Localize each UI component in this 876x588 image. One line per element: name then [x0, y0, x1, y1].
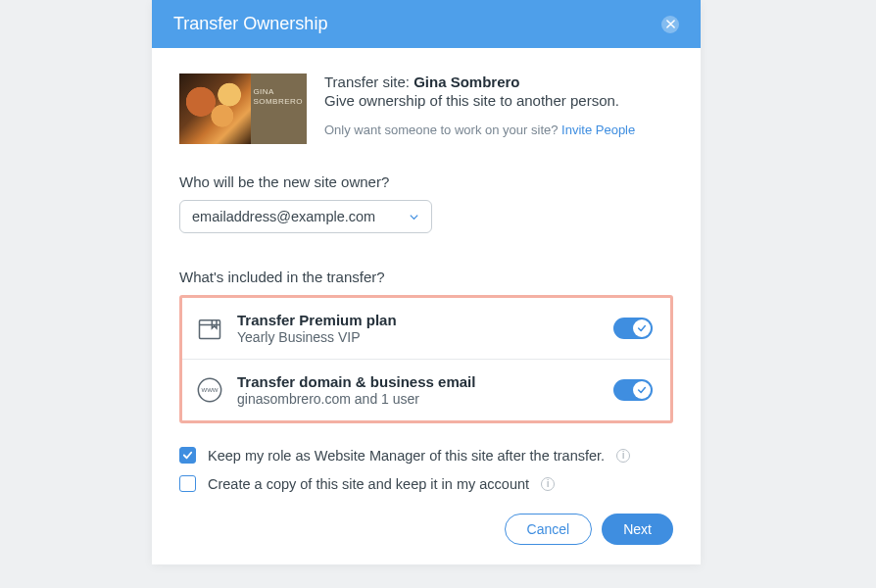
keep-role-checkbox[interactable]: [179, 447, 196, 464]
new-owner-value: emailaddress@example.com: [192, 209, 375, 224]
included-text: Transfer domain & business email ginasom…: [237, 373, 600, 407]
next-button[interactable]: Next: [602, 514, 673, 545]
included-title: Transfer domain & business email: [237, 373, 600, 390]
premium-plan-icon: [196, 315, 223, 342]
check-icon: [637, 323, 647, 333]
thumbnail-label: GINA SOMBRERO: [253, 87, 303, 108]
check-icon: [637, 385, 647, 395]
check-icon: [182, 450, 193, 461]
domain-icon: WWW: [196, 376, 223, 404]
premium-toggle[interactable]: [613, 318, 653, 339]
thumbnail-photo: [179, 74, 251, 144]
included-items-highlight: Transfer Premium plan Yearly Business VI…: [179, 295, 673, 423]
copy-site-row: Create a copy of this site and keep it i…: [179, 475, 673, 492]
button-row: Cancel Next: [179, 514, 673, 545]
new-owner-label: Who will be the new site owner?: [179, 173, 673, 190]
transfer-ownership-modal: Transfer Ownership GINA SOMBRERO Transfe…: [152, 0, 701, 564]
copy-site-label: Create a copy of this site and keep it i…: [208, 476, 529, 492]
modal-body: GINA SOMBRERO Transfer site: Gina Sombre…: [152, 48, 701, 564]
cancel-button[interactable]: Cancel: [505, 514, 593, 545]
included-title: Transfer Premium plan: [237, 312, 600, 328]
site-summary: GINA SOMBRERO Transfer site: Gina Sombre…: [179, 74, 673, 144]
new-owner-select[interactable]: emailaddress@example.com: [179, 200, 432, 233]
toggle-knob: [633, 319, 651, 337]
close-icon: [666, 20, 675, 28]
modal-title: Transfer Ownership: [173, 14, 327, 34]
included-row-premium: Transfer Premium plan Yearly Business VI…: [182, 298, 670, 359]
transfer-subtitle: Give ownership of this site to another p…: [324, 92, 673, 109]
chevron-down-icon: [409, 212, 419, 222]
info-icon[interactable]: i: [616, 449, 630, 463]
transfer-site-line: Transfer site: Gina Sombrero: [324, 74, 673, 90]
toggle-knob: [633, 381, 651, 399]
close-button[interactable]: [661, 16, 679, 33]
keep-role-label: Keep my role as Website Manager of this …: [208, 448, 605, 464]
included-row-domain: WWW Transfer domain & business email gin…: [182, 359, 670, 420]
included-sub: Yearly Business VIP: [237, 329, 600, 345]
included-sub: ginasombrero.com and 1 user: [237, 391, 600, 407]
info-icon[interactable]: i: [541, 477, 555, 491]
copy-site-checkbox[interactable]: [179, 475, 196, 492]
included-text: Transfer Premium plan Yearly Business VI…: [237, 312, 600, 345]
included-label: What's included in the transfer?: [179, 269, 673, 285]
site-info: Transfer site: Gina Sombrero Give owners…: [324, 74, 673, 144]
keep-role-row: Keep my role as Website Manager of this …: [179, 447, 673, 464]
invite-line: Only want someone to work on your site? …: [324, 122, 673, 137]
modal-header: Transfer Ownership: [152, 0, 701, 48]
site-name: Gina Sombrero: [414, 74, 519, 90]
domain-toggle[interactable]: [613, 379, 653, 401]
svg-text:WWW: WWW: [201, 387, 218, 393]
site-thumbnail: GINA SOMBRERO: [179, 74, 307, 144]
invite-people-link[interactable]: Invite People: [561, 122, 635, 137]
